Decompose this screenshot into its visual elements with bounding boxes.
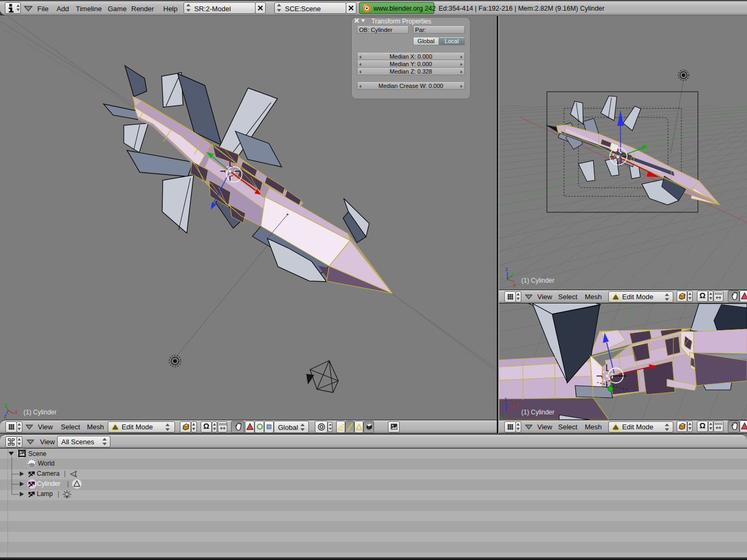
svg-text:x: x: [15, 409, 18, 415]
svg-text:|: |: [58, 490, 59, 498]
svg-text:Cylinder: Cylinder: [37, 480, 60, 487]
svg-text:y: y: [500, 415, 503, 420]
svg-text:(1) Cylinder: (1) Cylinder: [23, 409, 57, 416]
svg-text:z: z: [4, 413, 7, 419]
svg-text:World: World: [38, 460, 54, 467]
svg-text:y: y: [4, 402, 7, 407]
svg-text:x: x: [513, 282, 516, 288]
svg-text:Lamp: Lamp: [37, 490, 53, 498]
svg-text:z: z: [505, 266, 508, 272]
svg-text:Camera: Camera: [37, 470, 60, 477]
svg-text:(1) Cylinder: (1) Cylinder: [521, 277, 554, 284]
svg-text:y: y: [512, 270, 514, 275]
svg-text:|: |: [64, 470, 66, 477]
svg-text:x: x: [516, 402, 519, 407]
svg-text:z: z: [504, 396, 507, 402]
svg-text:(1) Cylinder: (1) Cylinder: [521, 409, 554, 416]
svg-text:Scene: Scene: [28, 450, 46, 458]
svg-text:|: |: [67, 480, 69, 487]
